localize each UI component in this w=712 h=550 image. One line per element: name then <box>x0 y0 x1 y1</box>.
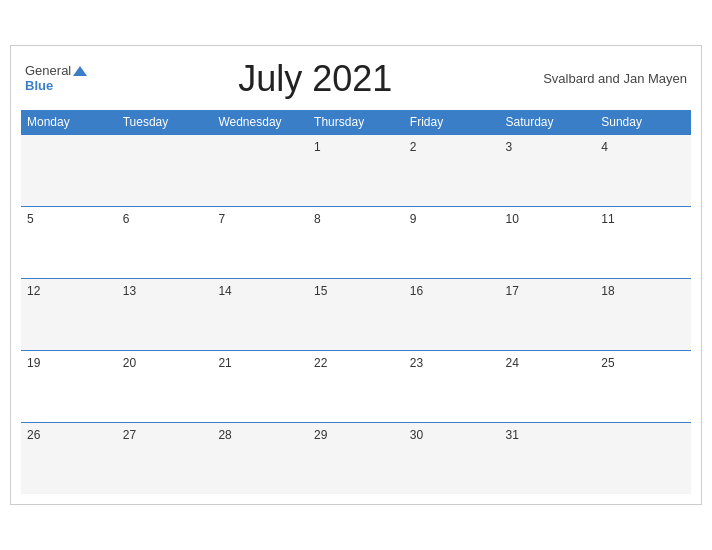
day-number: 22 <box>314 356 327 370</box>
day-number: 12 <box>27 284 40 298</box>
calendar-cell: 31 <box>500 422 596 494</box>
calendar-cell <box>117 134 213 206</box>
day-number: 4 <box>601 140 608 154</box>
calendar-cell <box>21 134 117 206</box>
week-row-3: 12131415161718 <box>21 278 691 350</box>
calendar-cell: 19 <box>21 350 117 422</box>
day-number: 9 <box>410 212 417 226</box>
day-number: 6 <box>123 212 130 226</box>
day-number: 1 <box>314 140 321 154</box>
day-number: 25 <box>601 356 614 370</box>
calendar-cell: 1 <box>308 134 404 206</box>
calendar: General Blue July 2021 Svalbard and Jan … <box>10 45 702 506</box>
calendar-table: Monday Tuesday Wednesday Thursday Friday… <box>21 110 691 495</box>
calendar-cell: 13 <box>117 278 213 350</box>
day-number: 15 <box>314 284 327 298</box>
calendar-title: July 2021 <box>87 58 543 100</box>
calendar-cell: 4 <box>595 134 691 206</box>
day-number: 14 <box>218 284 231 298</box>
logo-general-text: General <box>25 64 87 78</box>
calendar-cell: 23 <box>404 350 500 422</box>
calendar-cell: 11 <box>595 206 691 278</box>
day-number: 23 <box>410 356 423 370</box>
day-number: 27 <box>123 428 136 442</box>
day-number: 26 <box>27 428 40 442</box>
calendar-cell: 14 <box>212 278 308 350</box>
calendar-cell: 10 <box>500 206 596 278</box>
calendar-cell: 8 <box>308 206 404 278</box>
day-number: 19 <box>27 356 40 370</box>
day-number: 30 <box>410 428 423 442</box>
day-number: 13 <box>123 284 136 298</box>
calendar-cell: 29 <box>308 422 404 494</box>
logo-blue-text: Blue <box>25 79 87 93</box>
calendar-cell: 27 <box>117 422 213 494</box>
header-wednesday: Wednesday <box>212 110 308 135</box>
header-saturday: Saturday <box>500 110 596 135</box>
header-monday: Monday <box>21 110 117 135</box>
calendar-cell: 7 <box>212 206 308 278</box>
day-number: 21 <box>218 356 231 370</box>
calendar-region: Svalbard and Jan Mayen <box>543 71 687 86</box>
day-number: 29 <box>314 428 327 442</box>
day-number: 2 <box>410 140 417 154</box>
header-tuesday: Tuesday <box>117 110 213 135</box>
logo: General Blue <box>25 64 87 93</box>
calendar-cell: 24 <box>500 350 596 422</box>
week-row-2: 567891011 <box>21 206 691 278</box>
calendar-cell: 15 <box>308 278 404 350</box>
calendar-cell: 2 <box>404 134 500 206</box>
calendar-cell: 21 <box>212 350 308 422</box>
day-number: 8 <box>314 212 321 226</box>
day-number: 5 <box>27 212 34 226</box>
calendar-cell: 3 <box>500 134 596 206</box>
day-number: 20 <box>123 356 136 370</box>
calendar-cell <box>595 422 691 494</box>
calendar-cell: 22 <box>308 350 404 422</box>
day-number: 7 <box>218 212 225 226</box>
calendar-cell: 18 <box>595 278 691 350</box>
calendar-cell: 12 <box>21 278 117 350</box>
weekday-header-row: Monday Tuesday Wednesday Thursday Friday… <box>21 110 691 135</box>
logo-triangle-icon <box>73 66 87 76</box>
calendar-cell: 9 <box>404 206 500 278</box>
header-thursday: Thursday <box>308 110 404 135</box>
calendar-cell: 16 <box>404 278 500 350</box>
calendar-cell <box>212 134 308 206</box>
day-number: 16 <box>410 284 423 298</box>
calendar-cell: 6 <box>117 206 213 278</box>
day-number: 17 <box>506 284 519 298</box>
day-number: 18 <box>601 284 614 298</box>
calendar-cell: 20 <box>117 350 213 422</box>
day-number: 11 <box>601 212 614 226</box>
calendar-cell: 5 <box>21 206 117 278</box>
day-number: 3 <box>506 140 513 154</box>
day-number: 10 <box>506 212 519 226</box>
calendar-header: General Blue July 2021 Svalbard and Jan … <box>21 58 691 100</box>
week-row-5: 262728293031 <box>21 422 691 494</box>
calendar-cell: 26 <box>21 422 117 494</box>
week-row-4: 19202122232425 <box>21 350 691 422</box>
day-number: 31 <box>506 428 519 442</box>
day-number: 28 <box>218 428 231 442</box>
day-number: 24 <box>506 356 519 370</box>
calendar-cell: 30 <box>404 422 500 494</box>
calendar-cell: 28 <box>212 422 308 494</box>
header-friday: Friday <box>404 110 500 135</box>
calendar-cell: 25 <box>595 350 691 422</box>
header-sunday: Sunday <box>595 110 691 135</box>
week-row-1: 1234 <box>21 134 691 206</box>
calendar-cell: 17 <box>500 278 596 350</box>
